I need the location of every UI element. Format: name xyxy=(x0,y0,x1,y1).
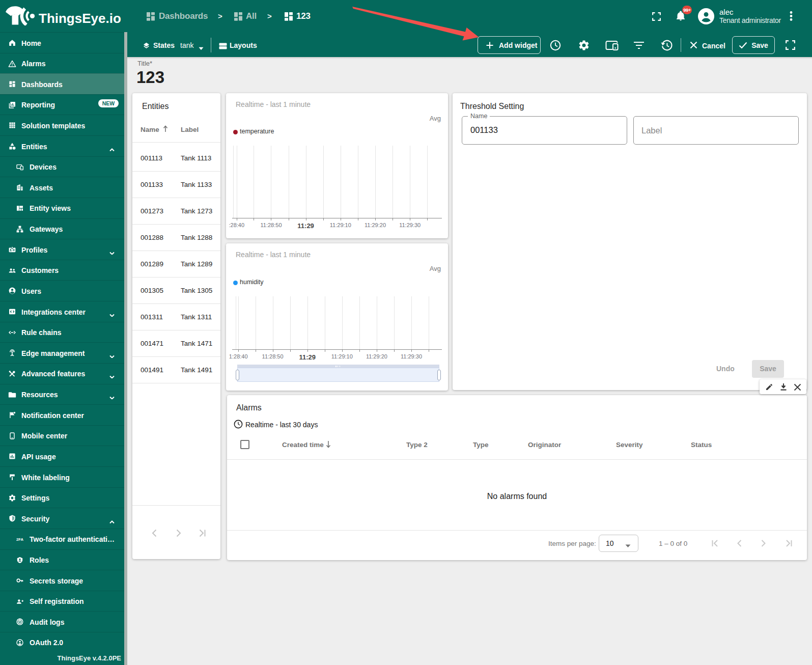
svg-text:2FA: 2FA xyxy=(16,537,23,542)
